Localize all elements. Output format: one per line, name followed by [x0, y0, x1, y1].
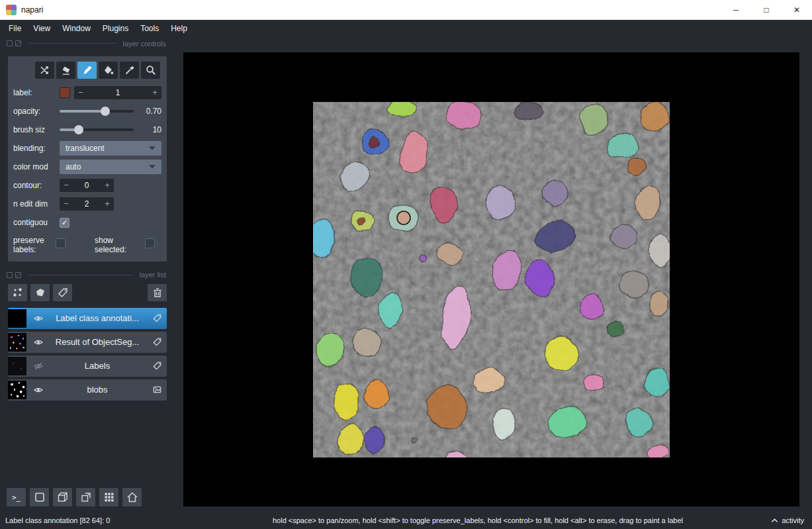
opacity-slider-handle[interactable] [101, 107, 110, 116]
dock-float-icon[interactable] [7, 272, 13, 278]
contiguous-checkbox[interactable] [60, 218, 69, 228]
blending-dropdown[interactable]: translucent [60, 141, 161, 156]
grid-view-button[interactable] [99, 488, 118, 506]
eye-icon [33, 313, 44, 324]
new-points-layer-button[interactable] [8, 284, 27, 301]
segmented-blob [649, 236, 670, 266]
home-reset-view-button[interactable] [122, 488, 142, 506]
menu-view[interactable]: View [27, 21, 56, 36]
n-edit-dim-caption: n edit dim [13, 199, 60, 209]
image-icon [152, 385, 162, 395]
layer-visibility-toggle[interactable] [29, 361, 48, 371]
ndisplay-toggle-button[interactable] [30, 488, 49, 506]
tool-fill-bucket[interactable] [99, 62, 118, 79]
canvas-image[interactable] [313, 102, 670, 457]
label-decrement-button[interactable]: − [74, 86, 87, 99]
layer-name: Labels [48, 361, 147, 371]
magnifier-icon [145, 64, 157, 76]
menu-tools[interactable]: Tools [134, 21, 165, 36]
transpose-dimensions-button[interactable] [76, 488, 95, 506]
segmented-blob [436, 243, 463, 264]
activity-button[interactable]: activity [771, 516, 804, 524]
menu-file[interactable]: File [3, 21, 27, 36]
trash-icon [152, 287, 163, 299]
contour-spinbox[interactable]: − 0 + [60, 179, 114, 192]
brush-size-slider[interactable] [60, 123, 134, 136]
tool-pan-zoom[interactable] [141, 62, 160, 79]
status-help-text: hold <space> to pan/zoom, hold <shift> t… [183, 516, 772, 524]
status-coordinates: Label class annotation [82 64]: 0 [5, 516, 110, 524]
minimize-button[interactable]: ─ [721, 0, 751, 20]
layer-thumbnail [8, 381, 26, 399]
label-spinbox[interactable]: − 1 + [74, 86, 161, 99]
new-shapes-layer-button[interactable] [30, 284, 50, 301]
blending-row: blending: translucent [13, 139, 161, 158]
layer-row-1[interactable]: Result of ObjectSeg... [8, 332, 167, 353]
tool-paintbrush[interactable] [77, 62, 97, 79]
dock-menu-icon[interactable] [15, 40, 21, 46]
new-labels-layer-button[interactable] [53, 284, 72, 301]
label-color-swatch[interactable] [60, 87, 70, 98]
layer-row-3[interactable]: blobs [8, 379, 167, 401]
shapes-icon [34, 287, 46, 299]
menu-window[interactable]: Window [56, 21, 97, 36]
segmented-blob [628, 158, 645, 175]
layer-thumbnail [8, 357, 26, 375]
menu-help[interactable]: Help [165, 21, 193, 36]
contour-increment-button[interactable]: + [101, 179, 114, 192]
n-edit-dim-value[interactable]: 2 [73, 199, 101, 209]
tool-eraser[interactable] [56, 62, 75, 79]
panel-divider [28, 43, 116, 44]
tag-icon [152, 361, 162, 371]
paint-tools [13, 60, 161, 83]
layer-visibility-toggle[interactable] [29, 337, 48, 348]
console-button[interactable]: >_ [7, 488, 26, 506]
layer-visibility-toggle[interactable] [29, 313, 48, 324]
layer-controls-title: layer controls [123, 40, 166, 48]
dock-float-icon[interactable] [7, 40, 13, 46]
viewer-canvas[interactable] [183, 52, 799, 506]
label-value[interactable]: 1 [87, 88, 148, 97]
n-edit-dim-increment-button[interactable]: + [101, 197, 114, 211]
blending-value: translucent [66, 144, 105, 153]
show-selected-checkbox[interactable] [145, 238, 155, 248]
layer-row-2[interactable]: Labels [8, 356, 167, 377]
close-button[interactable]: ✕ [782, 0, 812, 20]
tool-color-picker[interactable] [120, 62, 139, 79]
fill-bucket-icon [103, 64, 114, 76]
maximize-button[interactable]: □ [751, 0, 782, 20]
napari-window: napari ─ □ ✕ File View Window Plugins To… [0, 0, 812, 529]
segmented-blob [364, 428, 385, 453]
n-edit-dim-decrement-button[interactable]: − [60, 197, 73, 211]
transpose-icon [79, 491, 93, 504]
layer-controls-panel: label: − 1 + opacity: 0.70 [8, 56, 167, 262]
contour-decrement-button[interactable]: − [60, 179, 73, 192]
segmented-blob [334, 383, 359, 419]
panel-divider [28, 275, 132, 275]
eye-icon [33, 385, 44, 395]
opacity-slider[interactable] [60, 105, 134, 118]
contiguous-caption: contiguou [13, 218, 60, 227]
contour-value[interactable]: 0 [73, 181, 101, 190]
delete-layer-button[interactable] [148, 284, 167, 301]
roll-dimensions-button[interactable] [53, 488, 72, 506]
segmented-blob [580, 105, 609, 134]
label-increment-button[interactable]: + [148, 86, 161, 99]
paintbrush-icon [81, 64, 93, 76]
layer-controls-header: layer controls [0, 36, 183, 48]
menu-plugins[interactable]: Plugins [97, 21, 134, 36]
brush-size-slider-handle[interactable] [74, 125, 83, 134]
layer-visibility-toggle[interactable] [29, 385, 48, 395]
preserve-labels-checkbox[interactable] [56, 238, 66, 248]
color-mode-dropdown[interactable]: auto [60, 160, 161, 174]
tag-icon [57, 287, 69, 299]
opacity-slider-fill [60, 110, 105, 113]
dock-menu-icon[interactable] [15, 272, 21, 278]
segmented-blob [647, 445, 669, 457]
segmented-blob [581, 294, 604, 319]
layer-list-title: layer list [140, 271, 166, 279]
n-edit-dim-spinbox[interactable]: − 2 + [60, 197, 114, 211]
tool-shuffle-colors[interactable] [35, 62, 54, 79]
layer-thumbnail [8, 333, 26, 352]
layer-row-0[interactable]: Label class annotati... [8, 308, 167, 329]
